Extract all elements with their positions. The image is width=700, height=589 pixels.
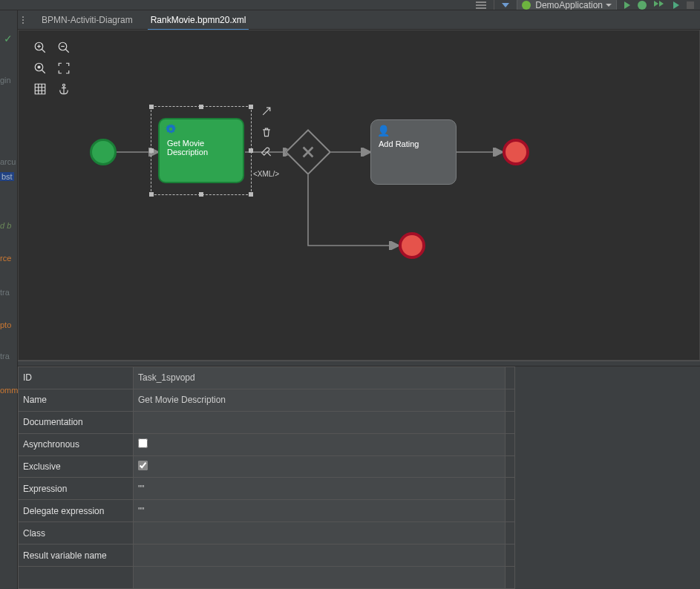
table-row: Documentation — [19, 411, 515, 433]
user-icon: 👤 — [377, 125, 390, 136]
exclusive-gateway[interactable] — [292, 136, 324, 168]
tab-rankmovie-xml[interactable]: RankMovie.bpmn20.xml — [142, 10, 255, 30]
user-task-add-rating[interactable]: 👤 Add Rating — [370, 119, 457, 185]
status-ok-icon: ✓ — [4, 33, 13, 45]
start-event[interactable] — [90, 139, 117, 165]
diagram-canvas[interactable]: Get Movie Description <XML/> — [18, 30, 700, 361]
table-row: Exclusive — [19, 455, 515, 478]
hamburger-icon[interactable] — [476, 1, 486, 9]
code-fragment: omm — [0, 386, 18, 395]
prop-val-class[interactable] — [134, 522, 506, 544]
code-fragment: pto — [0, 320, 11, 329]
node-context-palette: <XML/> — [253, 105, 279, 180]
end-event-2[interactable] — [399, 232, 425, 259]
tab-drag-handle[interactable] — [22, 16, 28, 24]
service-task-get-movie-description[interactable]: Get Movie Description — [158, 118, 244, 183]
code-fragment: rce — [0, 254, 11, 263]
table-row: Delegate expression"" — [19, 500, 515, 522]
palette-arrow-out-icon[interactable] — [260, 105, 273, 118]
prop-key-exclusive: Exclusive — [19, 455, 134, 478]
debug-button[interactable] — [638, 1, 647, 10]
prop-key-asynchronous: Asynchronous — [19, 433, 134, 455]
run-with-coverage-button[interactable] — [654, 1, 666, 10]
prop-val-name[interactable]: Get Movie Description — [134, 389, 506, 411]
checkbox-asynchronous[interactable] — [138, 438, 148, 448]
prop-key-id: ID — [19, 367, 134, 389]
service-task-label: Get Movie Description — [167, 139, 208, 157]
prop-key-name: Name — [19, 389, 134, 411]
table-row: Result variable name — [19, 544, 515, 567]
gateway-x-icon — [292, 136, 324, 168]
prop-val-id[interactable]: Task_1spvopd — [134, 367, 506, 389]
horizontal-splitter[interactable] — [18, 361, 700, 366]
table-row: NameGet Movie Description — [19, 389, 515, 411]
run-configuration-selector[interactable]: DemoApplication — [517, 0, 617, 10]
code-fragment: tra — [0, 352, 10, 361]
prop-val-delegate-expression[interactable]: "" — [134, 500, 506, 522]
run-button[interactable] — [624, 1, 630, 9]
end-event-1[interactable] — [503, 139, 529, 165]
dropdown-icon[interactable] — [502, 3, 509, 7]
stop-button[interactable] — [687, 1, 694, 9]
run-config-label: DemoApplication — [535, 0, 603, 10]
spring-boot-icon — [522, 1, 531, 10]
code-fragment: gin — [0, 76, 11, 85]
prop-key-documentation: Documentation — [19, 411, 134, 433]
palette-xml-label[interactable]: <XML/> — [253, 167, 279, 180]
code-fragment: tra — [0, 288, 10, 297]
prop-val-asynchronous[interactable] — [134, 433, 506, 455]
tab-bpmn-diagram[interactable]: BPMN-Activiti-Diagram — [33, 10, 142, 30]
code-fragment: bst — [0, 172, 14, 181]
palette-delete-icon[interactable] — [260, 125, 273, 139]
table-row — [19, 567, 515, 589]
code-fragment: arcu — [0, 157, 16, 166]
prop-key-delegate-expression: Delegate expression — [19, 500, 134, 522]
prop-key-expression: Expression — [19, 478, 134, 500]
prop-val-exclusive[interactable] — [134, 455, 506, 478]
table-row: Expression"" — [19, 478, 515, 500]
editor-gutter-strip: ✓ gin arcu bst d b rce tra pto tra omm — [0, 10, 18, 589]
editor-tabs: BPMN-Activiti-Diagram RankMovie.bpmn20.x… — [18, 10, 700, 30]
palette-wrench-icon[interactable] — [260, 146, 273, 159]
properties-table: IDTask_1spvopd NameGet Movie Description… — [18, 366, 515, 589]
code-fragment: d b — [0, 221, 11, 230]
table-row: Asynchronous — [19, 433, 515, 455]
user-task-label: Add Rating — [379, 139, 419, 148]
table-row: IDTask_1spvopd — [19, 367, 515, 389]
prop-key-class: Class — [19, 522, 134, 544]
separator — [494, 0, 494, 10]
checkbox-exclusive[interactable] — [138, 461, 148, 470]
prop-val-documentation[interactable] — [134, 411, 506, 433]
prop-val-expression[interactable]: "" — [134, 478, 506, 500]
top-toolbar: DemoApplication — [0, 0, 700, 10]
prop-key-result-variable-name: Result variable name — [19, 544, 134, 567]
table-row: Class — [19, 522, 515, 544]
prop-val-result-variable-name[interactable] — [134, 544, 506, 567]
gear-icon — [166, 124, 176, 134]
properties-panel: IDTask_1spvopd NameGet Movie Description… — [18, 366, 700, 589]
profile-button[interactable] — [673, 1, 679, 9]
